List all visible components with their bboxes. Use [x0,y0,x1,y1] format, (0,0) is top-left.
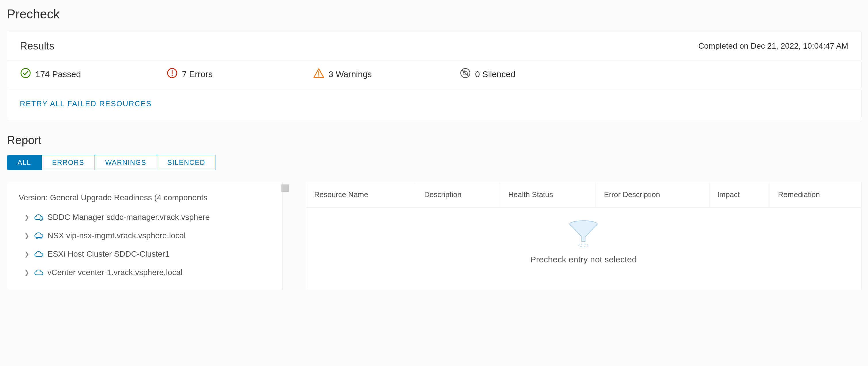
chevron-right-icon: ❯ [25,214,30,221]
detail-table: Resource Name Description Health Status … [306,182,861,207]
check-circle-icon [20,67,31,81]
summary-errors: 7 Errors [166,67,313,81]
col-remediation[interactable]: Remediation [770,182,861,207]
svg-point-8 [465,70,466,71]
svg-point-6 [318,75,319,77]
page-title: Precheck [7,7,861,21]
silenced-bell-icon [460,67,471,81]
col-resource[interactable]: Resource Name [306,182,416,207]
chevron-right-icon: ❯ [25,232,30,239]
tree-panel: Version: General Upgrade Readiness (4 co… [7,182,283,290]
summary-warnings-label: 3 Warnings [329,69,372,79]
results-timestamp: Completed on Dec 21, 2022, 10:04:47 AM [699,41,848,51]
cloud-icon [34,214,43,221]
tab-errors[interactable]: ERRORS [42,155,95,170]
summary-silenced-label: 0 Silenced [475,69,515,79]
summary-passed: 174 Passed [20,67,166,81]
tab-silenced[interactable]: SILENCED [157,155,216,170]
col-description[interactable]: Description [416,182,500,207]
tab-all[interactable]: ALL [7,155,42,170]
svg-point-0 [21,68,30,78]
tree-item-esxi[interactable]: ❯ ESXi Host Cluster SDDC-Cluster1 [13,245,277,263]
results-title: Results [20,40,54,52]
chevron-right-icon: ❯ [25,269,30,276]
svg-point-3 [172,75,173,76]
detail-panel: Resource Name Description Health Status … [306,182,861,290]
results-card: Results Completed on Dec 21, 2022, 10:04… [7,32,861,120]
tab-warnings[interactable]: WARNINGS [95,155,157,170]
scrollbar-thumb[interactable] [281,185,289,192]
summary-passed-label: 174 Passed [35,69,81,79]
summary-row: 174 Passed 7 Errors 3 Warnings 0 Silence… [7,60,861,88]
tree-item-label: vCenter vcenter-1.vrack.vsphere.local [48,268,183,277]
tree-item-sddc-manager[interactable]: ❯ SDDC Manager sddc-manager.vrack.vspher… [13,208,277,226]
results-header: Results Completed on Dec 21, 2022, 10:04… [7,32,861,60]
svg-point-17 [579,244,588,247]
retry-all-button[interactable]: RETRY ALL FAILED RESOURCES [20,99,152,108]
cloud-icon [34,251,43,257]
empty-text: Precheck entry not selected [306,255,861,264]
summary-errors-label: 7 Errors [182,69,213,79]
tree-item-nsx[interactable]: ❯ NSX vip-nsx-mgmt.vrack.vsphere.local [13,226,277,245]
svg-line-9 [462,69,469,77]
warning-triangle-icon [313,67,324,81]
col-errordesc[interactable]: Error Description [596,182,709,207]
filter-funnel-icon [306,219,861,248]
report-body: Version: General Upgrade Readiness (4 co… [7,182,861,290]
cloud-network-icon [34,232,43,239]
tree-item-vcenter[interactable]: ❯ vCenter vcenter-1.vrack.vsphere.local [13,263,277,282]
chevron-right-icon: ❯ [25,251,30,257]
tree-item-label: ESXi Host Cluster SDDC-Cluster1 [48,250,169,259]
summary-silenced: 0 Silenced [460,67,606,81]
tree-root: Version: General Upgrade Readiness (4 co… [13,190,277,208]
error-circle-icon [166,67,178,81]
cloud-icon [34,269,43,276]
report-tabs: ALL ERRORS WARNINGS SILENCED [7,155,216,170]
empty-state: Precheck entry not selected [306,207,861,281]
tree-item-label: SDDC Manager sddc-manager.vrack.vsphere [48,213,210,222]
col-health[interactable]: Health Status [500,182,596,207]
tree-item-label: NSX vip-nsx-mgmt.vrack.vsphere.local [48,231,186,240]
report-title: Report [7,134,861,147]
col-impact[interactable]: Impact [709,182,770,207]
results-actions: RETRY ALL FAILED RESOURCES [7,88,861,120]
summary-warnings: 3 Warnings [313,67,460,81]
